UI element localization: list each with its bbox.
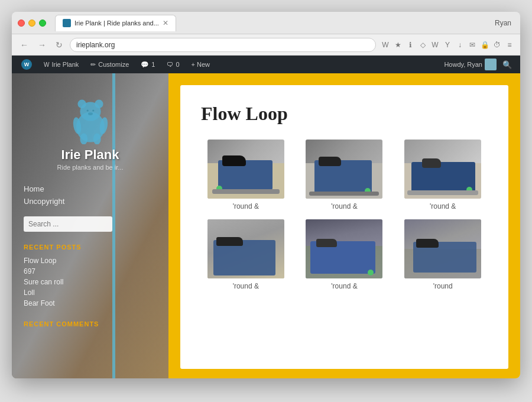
wp-comments[interactable]: 💬 1: [136, 59, 160, 71]
gallery-image[interactable]: [404, 140, 481, 199]
gallery-item: 'round &: [398, 140, 488, 210]
close-button[interactable]: [18, 20, 25, 27]
recent-comments-heading: RECENT COMMENTS: [24, 320, 157, 328]
y-icon: Y: [443, 40, 452, 50]
svg-point-7: [93, 133, 100, 144]
traffic-lights: [18, 20, 46, 27]
sidebar-nav-home[interactable]: Home: [24, 183, 157, 195]
url-text: irieplank.org: [76, 41, 115, 49]
wp-bubbles[interactable]: 🗨 0: [162, 59, 184, 70]
gallery-caption: 'round &: [233, 282, 259, 290]
photo-scene: [207, 140, 284, 199]
lock-icon: 🔒: [480, 40, 489, 50]
user-avatar: [485, 59, 497, 70]
posts-label: POSTS: [56, 244, 81, 251]
shield-icon: ◇: [418, 40, 427, 50]
recent-label: RECENT: [24, 244, 54, 251]
wp-site-label: Irie Plank: [51, 61, 79, 68]
bubbles-count: 0: [176, 61, 179, 68]
main-area: Flow Loop 'rou: [168, 73, 520, 378]
svg-point-6: [80, 133, 87, 144]
gallery-grid: 'round & 'rou: [201, 140, 488, 290]
browser-user: Ryan: [495, 19, 514, 27]
wp-new[interactable]: + New: [187, 59, 215, 70]
comment-icon: 💬: [141, 61, 149, 69]
tab-bar: Irie Plank | Ride planks and... ✕: [55, 15, 495, 31]
photo-scene: [306, 219, 382, 278]
browser-tab[interactable]: Irie Plank | Ride planks and... ✕: [55, 15, 176, 31]
url-bar[interactable]: irieplank.org: [70, 38, 376, 52]
post-title: Flow Loop: [201, 103, 488, 125]
gallery-image[interactable]: [207, 140, 284, 199]
wp-search-icon[interactable]: 🔍: [499, 58, 515, 72]
gallery-image[interactable]: [306, 140, 382, 199]
gallery-caption: 'round &: [331, 202, 357, 210]
customize-icon: ✏: [90, 61, 96, 69]
list-item: Bear Foot: [24, 298, 157, 309]
svg-point-9: [92, 109, 94, 111]
minimize-button[interactable]: [28, 20, 35, 27]
photo-scene: [207, 219, 284, 278]
sidebar-nav-uncopyright[interactable]: Uncopyright: [24, 195, 157, 208]
recent-posts-heading: RECENT POSTS: [24, 244, 157, 251]
wp-site-name[interactable]: W Irie Plank: [39, 59, 83, 70]
gallery-image[interactable]: [207, 219, 284, 278]
title-bar: Irie Plank | Ride planks and... ✕ Ryan: [12, 12, 520, 34]
wp-icon-small: W: [44, 61, 49, 68]
wordpress-logo: W: [21, 59, 32, 70]
svg-point-2: [77, 100, 86, 108]
menu-icon[interactable]: ≡: [505, 40, 514, 50]
address-bar: ← → ↻ irieplank.org W ★ ℹ ◇ W Y ↓ ✉ 🔒 ⏱ …: [12, 34, 520, 56]
search-box: [24, 216, 157, 232]
bear-logo: [67, 91, 114, 144]
svg-point-8: [86, 109, 88, 111]
email-icon: ✉: [468, 40, 477, 50]
howdy-text: Howdy, Ryan: [444, 61, 482, 68]
gallery-caption: 'round: [433, 282, 453, 290]
gallery-item: 'round: [398, 219, 488, 290]
gallery-item: 'round &: [300, 219, 390, 290]
recent-post-link[interactable]: Loll: [24, 287, 157, 298]
address-icons: W ★ ℹ ◇ W Y ↓ ✉ 🔒 ⏱ ≡: [381, 40, 514, 50]
recent-post-link[interactable]: Sure can roll: [24, 277, 157, 287]
browser-window: Irie Plank | Ride planks and... ✕ Ryan ←…: [12, 12, 520, 378]
comments-count: 1: [151, 61, 155, 68]
gallery-caption: 'round &: [233, 202, 259, 210]
photo-scene: [404, 140, 481, 199]
wp-admin-bar: W W Irie Plank ✏ Customize 💬 1 🗨 0 + New…: [12, 56, 520, 73]
svg-point-10: [88, 112, 93, 115]
recent-post-link[interactable]: Flow Loop: [24, 255, 157, 266]
clock-icon: ⏱: [492, 40, 502, 50]
extensions-icon: W: [381, 40, 390, 50]
recent-post-link[interactable]: Bear Foot: [24, 298, 157, 309]
list-item: Flow Loop: [24, 255, 157, 266]
sidebar-inner: Irie Plank Ride planks and be ir... Home…: [24, 91, 157, 328]
wp-logo-item[interactable]: W: [17, 57, 37, 72]
back-button[interactable]: ←: [18, 39, 31, 51]
wp-admin-right: Howdy, Ryan 🔍: [444, 58, 515, 72]
svg-point-3: [95, 100, 103, 108]
search-input[interactable]: [24, 216, 112, 232]
photo-scene: [306, 140, 382, 199]
wp-howdy[interactable]: Howdy, Ryan: [444, 59, 497, 70]
sidebar-nav: Home Uncopyright: [24, 183, 157, 208]
recent-comments-label: RECENT COMMENTS: [24, 320, 99, 328]
forward-button[interactable]: →: [35, 39, 48, 51]
wp-icon: W: [430, 40, 440, 50]
tab-close-button[interactable]: ✕: [163, 19, 168, 27]
list-item: 697: [24, 266, 157, 277]
wp-customize[interactable]: ✏ Customize: [86, 59, 134, 71]
gallery-item: 'round &: [300, 140, 390, 210]
refresh-button[interactable]: ↻: [53, 39, 65, 51]
site-content: Irie Plank Ride planks and be ir... Home…: [12, 73, 520, 378]
maximize-button[interactable]: [39, 20, 46, 27]
gallery-caption: 'round &: [331, 282, 357, 290]
gallery-image[interactable]: [404, 219, 481, 278]
new-label: + New: [192, 61, 210, 68]
gallery-image[interactable]: [306, 219, 382, 278]
recent-post-link[interactable]: 697: [24, 266, 157, 277]
gallery-item: 'round &: [201, 219, 291, 290]
download-icon: ↓: [455, 40, 465, 50]
customize-label: Customize: [98, 61, 129, 68]
recent-posts-list: Flow Loop 697 Sure can roll Loll Bear Fo…: [24, 255, 157, 309]
